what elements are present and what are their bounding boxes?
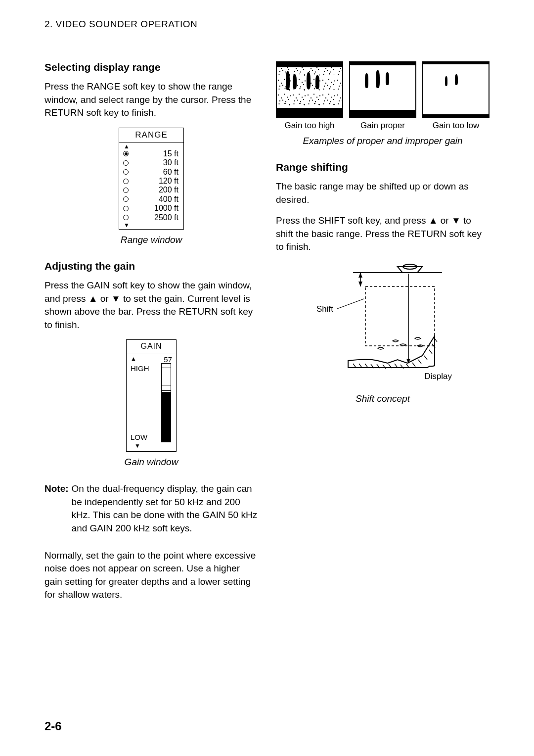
range-option: 30 ft: [123, 158, 179, 167]
para-range-instructions: Press the RANGE soft key to show the ran…: [44, 80, 258, 120]
example-label-high: Gain too high: [276, 121, 343, 131]
range-value: 400 ft: [131, 195, 179, 204]
range-option: 120 ft: [123, 177, 179, 186]
range-value: 1000 ft: [131, 204, 179, 213]
caption-gain-examples: Examples of proper and improper gain: [276, 136, 490, 146]
range-option: 15 ft: [123, 149, 179, 158]
svg-line-16: [395, 364, 398, 368]
gain-window-title: GAIN: [127, 340, 176, 353]
gain-bar: [161, 364, 171, 442]
para-gain-advice: Normally, set the gain to the point wher…: [44, 549, 258, 602]
example-label-proper: Gain proper: [349, 121, 416, 131]
caption-range-window: Range window: [44, 235, 258, 245]
svg-line-9: [353, 364, 356, 368]
svg-marker-7: [358, 282, 362, 286]
heading-range-shifting: Range shifting: [276, 161, 490, 173]
heading-selecting-range: Selecting display range: [44, 61, 258, 73]
right-column: Gain too high Gain proper: [276, 61, 490, 610]
shift-concept-diagram: Shift Display: [318, 262, 447, 390]
heading-adjusting-gain: Adjusting the gain: [44, 260, 258, 272]
svg-line-8: [337, 299, 364, 309]
up-triangle-icon: ▲: [123, 143, 179, 149]
range-window-title: RANGE: [119, 128, 183, 142]
svg-line-21: [424, 356, 427, 360]
para-gain-instructions: Press the GAIN soft key to show the gain…: [44, 279, 258, 331]
svg-line-19: [412, 363, 415, 367]
up-triangle-icon: ▲: [131, 355, 136, 362]
chapter-header: 2. VIDEO SOUNDER OPERATION: [44, 19, 490, 30]
example-gain-too-low: [422, 61, 490, 118]
display-label: Display: [424, 372, 452, 381]
svg-line-20: [418, 360, 421, 364]
gain-examples-row: Gain too high Gain proper: [276, 61, 490, 131]
range-value: 30 ft: [131, 158, 179, 167]
svg-line-10: [359, 364, 362, 368]
radio-icon: [123, 151, 129, 156]
range-option: 60 ft: [123, 168, 179, 177]
range-value: 2500 ft: [131, 213, 179, 222]
range-option: 200 ft: [123, 186, 179, 194]
radio-icon: [123, 179, 129, 184]
caption-gain-window: Gain window: [44, 457, 258, 468]
radio-icon: [123, 206, 129, 211]
page-number: 2-6: [44, 719, 62, 733]
left-column: Selecting display range Press the RANGE …: [44, 61, 258, 610]
gain-marker: [161, 363, 171, 368]
note-block: Note: On the dual-frequency display, the…: [44, 482, 258, 535]
range-option: 2500 ft: [123, 213, 179, 222]
gain-high-label: HIGH: [131, 364, 149, 373]
radio-icon: [123, 160, 129, 166]
note-label: Note:: [44, 482, 69, 535]
range-value: 15 ft: [131, 149, 179, 158]
radio-icon: [123, 215, 129, 220]
example-label-low: Gain too low: [422, 121, 490, 131]
example-gain-too-high: [276, 61, 343, 118]
range-value: 200 ft: [131, 186, 179, 194]
svg-marker-6: [358, 273, 362, 278]
range-option: 1000 ft: [123, 204, 179, 213]
radio-icon: [123, 196, 129, 202]
shift-label: Shift: [316, 304, 333, 314]
note-body: On the dual-frequency display, the gain …: [72, 482, 258, 535]
svg-line-22: [429, 350, 432, 354]
range-window: RANGE ▲ 15 ft30 ft60 ft120 ft200 ft400 f…: [119, 128, 184, 230]
down-triangle-icon: ▼: [134, 442, 140, 449]
down-triangle-icon: ▼: [123, 222, 179, 228]
svg-line-11: [365, 364, 368, 368]
para-shift-instructions: Press the SHIFT soft key, and press ▲ or…: [276, 214, 490, 254]
caption-shift-concept: Shift concept: [276, 393, 490, 404]
range-value: 60 ft: [131, 168, 179, 177]
example-gain-proper: [349, 61, 416, 118]
gain-value: 57: [164, 355, 172, 364]
svg-rect-4: [365, 286, 435, 346]
gain-window: GAIN ▲ 57 HIGH LOW ▼: [126, 339, 177, 452]
para-shift-desc: The basic range may be shifted up or dow…: [276, 180, 490, 206]
gain-low-label: LOW: [131, 433, 147, 441]
range-value: 120 ft: [131, 177, 179, 186]
radio-icon: [123, 169, 129, 175]
range-option: 400 ft: [123, 195, 179, 204]
radio-icon: [123, 188, 129, 193]
